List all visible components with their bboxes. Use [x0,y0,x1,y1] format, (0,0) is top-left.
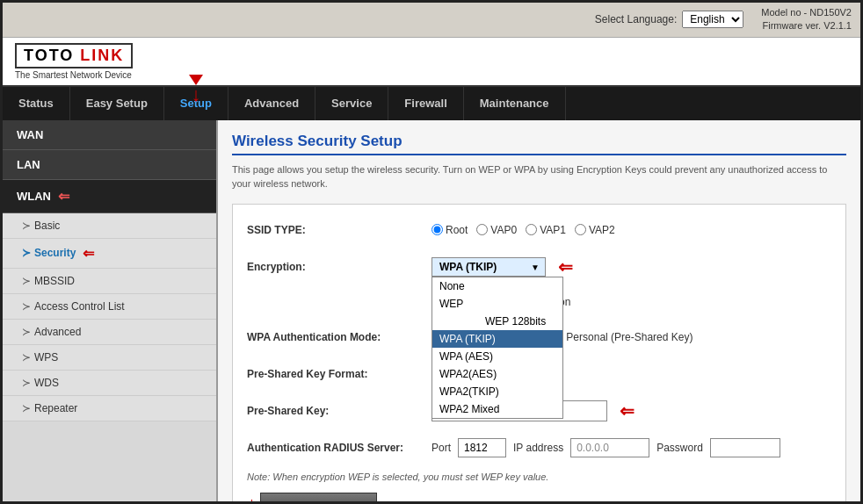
ssid-type-label: SSID TYPE: [247,224,432,236]
radius-ip-label: IP address [513,442,563,454]
sidebar: WAN LAN WLAN ⇐ Basic Security ⇐ MBSSID A… [3,120,218,501]
radius-label: Authentication RADIUS Server: [247,442,432,454]
psk-label: Pre-Shared Key: [247,405,432,417]
page-description: This page allows you setup the wireless … [232,162,846,191]
encryption-value: WPA (TKIP) None WEP WEP 128bits WPA (TKI… [432,256,573,277]
sidebar-wds[interactable]: WDS [3,371,216,396]
enc-wpa2-mixed[interactable]: WPA2 Mixed [432,400,562,418]
ssid-root-radio[interactable] [432,224,443,235]
nav-bar: Status Easy Setup ↓ Setup Advanced Servi… [3,87,860,120]
logo-bar: TOTO LINK The Smartest Network Device [3,38,860,87]
apply-down-arrow: ↓ [247,493,257,501]
nav-advanced[interactable]: Advanced [228,87,315,120]
nav-setup[interactable]: ↓ Setup [164,87,228,120]
enc-wpa2-aes[interactable]: WPA2(AES) [432,365,562,383]
ssid-vap1-radio[interactable] [526,224,537,235]
brand-logo: TOTO LINK [15,43,133,68]
enc-wpa2-tkip[interactable]: WPA2(TKIP) [432,383,562,400]
ssid-vap0-option[interactable]: VAP0 [476,224,517,236]
wpa-auth-label: WPA Authentication Mode: [247,331,432,343]
apply-button[interactable]: Apply Changes [260,493,377,501]
language-select[interactable]: English [682,11,743,28]
enc-wpa-tkip[interactable]: WPA (TKIP) [432,330,562,348]
wpa-personal-option[interactable]: Personal (Pre-Shared Key) [552,331,693,343]
ssid-type-row: SSID TYPE: Root VAP0 VAP1 VAP2 [247,217,831,243]
nav-status[interactable]: Status [3,87,70,120]
radius-pwd-input[interactable] [710,438,780,457]
radius-ip-input[interactable] [570,438,649,457]
sidebar-advanced[interactable]: Advanced [3,320,216,345]
ssid-vap0-radio[interactable] [476,224,488,235]
apply-area: ↓ Apply Changes [247,489,831,501]
encryption-select-display[interactable]: WPA (TKIP) [432,257,546,277]
ssid-vap2-option[interactable]: VAP2 [575,224,615,236]
radius-port-label: Port [432,442,451,454]
brand-link: LINK [80,47,124,64]
sidebar-basic[interactable]: Basic [3,213,216,239]
nav-service[interactable]: Service [315,87,388,120]
encryption-arrow-indicator: ⇐ [558,256,573,277]
sidebar-wps[interactable]: WPS [3,345,216,371]
sidebar-security[interactable]: Security ⇐ [3,239,216,269]
nav-maintenance[interactable]: Maintenance [464,87,566,120]
enc-wpa-aes[interactable]: WPA (AES) [432,348,562,365]
sidebar-wan[interactable]: WAN [3,120,216,150]
ssid-vap2-radio[interactable] [575,224,586,235]
sidebar-acl[interactable]: Access Control List [3,294,216,320]
enc-none[interactable]: None [432,277,562,295]
firmware-version: Firmware ver. V2.1.1 [761,19,852,32]
radius-pwd-label: Password [656,442,703,454]
ssid-root-option[interactable]: Root [432,224,468,236]
page-title: Wireless Security Setup [232,133,846,155]
top-bar: Select Language: English Model no - ND15… [3,3,860,38]
encryption-row: Encryption: WPA (TKIP) None WEP WEP 128b… [247,254,831,280]
encryption-label: Encryption: [247,261,432,273]
radius-row: Authentication RADIUS Server: Port IP ad… [247,435,831,461]
model-info: Model no - ND150V2 Firmware ver. V2.1.1 [761,6,852,33]
lang-label: Select Language: [595,13,677,25]
sidebar-mbssid[interactable]: MBSSID [3,269,216,294]
psk-arrow-indicator: ⇐ [620,400,635,421]
nav-easy-setup[interactable]: Easy Setup [70,87,164,120]
enc-wep128[interactable]: WEP 128bits [432,313,562,330]
ssid-vap1-option[interactable]: VAP1 [526,224,566,236]
brand-tagline: The Smartest Network Device [15,70,141,80]
nav-firewall[interactable]: Firewall [388,87,463,120]
brand-toto: TOTO [24,47,80,64]
ssid-type-options: Root VAP0 VAP1 VAP2 [432,224,615,236]
encryption-dropdown-wrapper: WPA (TKIP) None WEP WEP 128bits WPA (TKI… [432,257,546,277]
sidebar-repeater[interactable]: Repeater [3,396,216,421]
note-text: Note: When encryption WEP is selected, y… [247,472,831,482]
psk-format-label: Pre-Shared Key Format: [247,368,432,380]
wlan-arrow-icon: ⇐ [58,188,69,205]
sidebar-wlan[interactable]: WLAN ⇐ [3,180,216,213]
radius-port-input[interactable] [458,438,506,457]
radius-fields: Port IP address Password [432,438,780,457]
model-number: Model no - ND150V2 [761,6,852,19]
form-section: SSID TYPE: Root VAP0 VAP1 VAP2 [232,204,846,501]
enc-wep[interactable]: WEP [432,295,562,313]
main-area: WAN LAN WLAN ⇐ Basic Security ⇐ MBSSID A… [3,120,860,501]
encryption-dropdown-list: None WEP WEP 128bits WPA (TKIP) WPA (AES… [432,277,563,419]
sidebar-lan[interactable]: LAN [3,150,216,180]
content-area: Wireless Security Setup This page allows… [218,120,860,501]
security-arrow-icon: ⇐ [83,245,94,262]
